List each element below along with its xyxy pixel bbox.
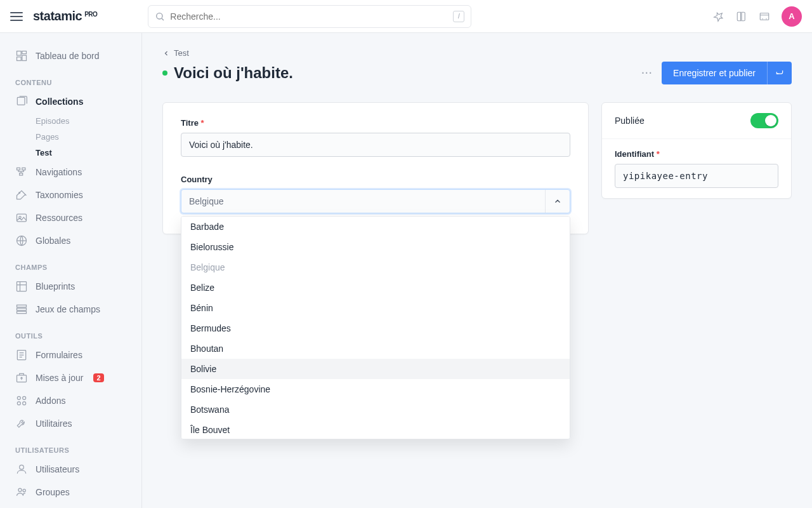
avatar[interactable]: A — [782, 6, 802, 27]
svg-rect-17 — [17, 308, 27, 310]
field-title: Titre * — [181, 118, 570, 157]
brand-logo[interactable]: statamic PRO — [33, 9, 97, 23]
more-menu[interactable]: ··· — [641, 68, 653, 78]
sidebar-item-resources[interactable]: Ressources — [0, 206, 141, 229]
sidebar-item-taxonomies[interactable]: Taxonomies — [0, 184, 141, 206]
sidebar-item-label: Taxonomies — [36, 190, 83, 200]
chevron-left-icon — [162, 50, 170, 57]
sidebar: Tableau de bord CONTENU Collections Epis… — [0, 33, 142, 508]
country-option[interactable]: Bénin — [181, 298, 570, 318]
utilities-icon — [15, 417, 28, 430]
country-option[interactable]: Barbade — [181, 217, 570, 237]
country-option[interactable]: Bosnie-Herzégovine — [181, 379, 570, 399]
country-select[interactable]: Belgique — [181, 189, 570, 213]
svg-rect-3 — [17, 51, 22, 56]
users-icon — [15, 463, 28, 476]
save-dropdown-toggle[interactable] — [767, 62, 792, 84]
svg-point-27 — [23, 489, 25, 491]
country-toggle[interactable] — [545, 190, 570, 213]
country-option[interactable]: Belize — [181, 277, 570, 298]
country-option[interactable]: Botswana — [181, 399, 570, 420]
country-option[interactable]: Bermudes — [181, 318, 570, 338]
sidebar-item-label: Blueprints — [36, 281, 75, 291]
search-box[interactable]: / — [148, 5, 471, 28]
sidebar-item-label: Navigations — [36, 167, 82, 177]
title-input[interactable] — [181, 133, 570, 157]
country-select-wrap: Belgique BarbadeBielorussieBelgiqueBeliz… — [181, 189, 570, 213]
book-icon[interactable] — [736, 11, 747, 22]
content-row: Titre * Country Belgique BarbadeBielorus — [162, 102, 792, 234]
search-input[interactable] — [170, 11, 448, 22]
sidebar-subitem-episodes[interactable]: Episodes — [36, 113, 141, 129]
sidebar-item-label: Formulaires — [36, 350, 82, 360]
svg-rect-5 — [22, 55, 27, 60]
search-shortcut: / — [453, 11, 464, 22]
save-button[interactable]: Enregistrer et publier — [662, 62, 792, 84]
sidebar-item-addons[interactable]: Addons — [0, 389, 141, 412]
page-header: Voici où j'habite. ··· Enregistrer et pu… — [162, 62, 792, 84]
sidebar-item-label: Collections — [36, 97, 83, 107]
chevron-up-icon — [553, 197, 562, 206]
nav-section-content: CONTENU — [0, 67, 141, 90]
country-option[interactable]: Bolivie — [181, 359, 570, 379]
field-country: Country Belgique BarbadeBielorussieBelgi… — [181, 175, 570, 213]
sidebar-subitem-pages[interactable]: Pages — [36, 129, 141, 145]
main-content: Test Voici où j'habite. ··· Enregistrer … — [142, 33, 812, 508]
sidebar-item-label: Ressources — [36, 213, 82, 223]
svg-point-26 — [18, 488, 22, 491]
sidebar-item-blueprints[interactable]: Blueprints — [0, 275, 141, 298]
groups-icon — [15, 486, 28, 498]
published-toggle[interactable] — [750, 113, 778, 128]
sidebar-item-forms[interactable]: Formulaires — [0, 344, 141, 366]
svg-point-0 — [157, 13, 162, 18]
header-actions: ··· Enregistrer et publier — [641, 62, 792, 84]
dashboard-icon — [15, 50, 28, 62]
svg-rect-2 — [760, 13, 769, 20]
sidebar-item-groups[interactable]: Groupes — [0, 481, 141, 504]
sidebar-item-label: Addons — [36, 396, 65, 406]
updates-icon — [15, 371, 28, 384]
sidebar-item-permissions[interactable]: Permissions — [0, 504, 141, 508]
pin-icon[interactable] — [713, 11, 724, 22]
nav-section-tools: OUTILS — [0, 321, 141, 344]
brand-badge: PRO — [84, 11, 97, 18]
required-mark: * — [657, 149, 660, 159]
sidebar-item-dashboard[interactable]: Tableau de bord — [0, 44, 141, 67]
sidebar-item-navigations[interactable]: Navigations — [0, 161, 141, 184]
country-option[interactable]: Bielorussie — [181, 237, 570, 257]
slug-label: Identifiant * — [615, 149, 778, 159]
taxonomies-icon — [15, 189, 28, 201]
save-button-label: Enregistrer et publier — [662, 62, 767, 84]
menu-toggle[interactable] — [10, 10, 23, 23]
sidebar-item-globals[interactable]: Globales — [0, 229, 141, 252]
svg-point-22 — [23, 396, 26, 399]
sidebar-item-utilities[interactable]: Utilitaires — [0, 412, 141, 435]
sidebar-item-fieldsets[interactable]: Jeux de champs — [0, 298, 141, 321]
slug-input[interactable] — [615, 164, 778, 188]
page-title: Voici où j'habite. — [174, 64, 293, 82]
sidebar-item-users[interactable]: Utilisateurs — [0, 458, 141, 481]
sidebar-item-label: Groupes — [36, 487, 70, 497]
slug-section: Identifiant * — [602, 139, 791, 198]
country-selected-value: Belgique — [181, 190, 545, 213]
brand-name: statamic — [33, 9, 82, 23]
sidebar-item-updates[interactable]: Mises à jour 2 — [0, 366, 141, 389]
svg-point-24 — [23, 402, 26, 405]
svg-rect-8 — [17, 168, 20, 170]
breadcrumb[interactable]: Test — [162, 48, 792, 58]
required-mark: * — [201, 118, 204, 128]
svg-rect-4 — [22, 51, 27, 54]
country-option[interactable]: Bhoutan — [181, 338, 570, 359]
updates-badge: 2 — [93, 373, 103, 382]
country-option[interactable]: Île Bouvet — [181, 420, 570, 439]
sidebar-subitem-test[interactable]: Test — [36, 145, 141, 161]
side-panel: Publiée Identifiant * — [601, 102, 792, 199]
sidebar-item-label: Mises à jour — [36, 373, 83, 383]
svg-rect-7 — [17, 97, 25, 105]
collections-icon — [15, 95, 28, 108]
nav-sub-collections: Episodes Pages Test — [0, 113, 141, 161]
publish-section: Publiée — [602, 103, 791, 139]
sidebar-item-collections[interactable]: Collections — [0, 90, 141, 113]
site-icon[interactable] — [759, 11, 770, 22]
country-dropdown[interactable]: BarbadeBielorussieBelgiqueBelizeBéninBer… — [181, 216, 570, 439]
